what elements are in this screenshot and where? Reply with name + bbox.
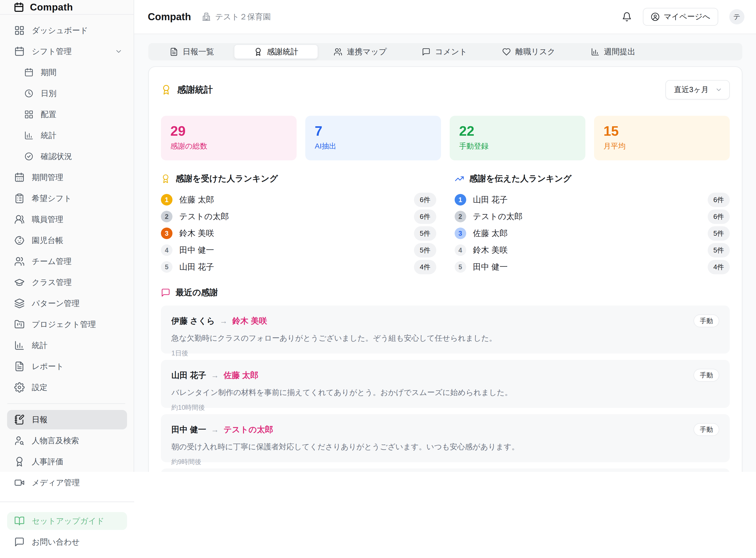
sidebar-item-setup-guide[interactable]: セットアップガイド bbox=[7, 512, 127, 530]
app-logo[interactable]: Compath bbox=[0, 0, 134, 15]
ranking-row: 1山田 花子6件 bbox=[455, 191, 730, 208]
settings-icon bbox=[14, 382, 25, 392]
rank-count-badge: 5件 bbox=[708, 243, 730, 257]
gratitude-card: 伊藤 さくら→鈴木 美咲手動急な欠勤時にクラスのフォローありがとうございました。… bbox=[161, 305, 730, 354]
sidebar-item-child-register[interactable]: 園児台帳 bbox=[0, 230, 134, 251]
notification-bell-icon[interactable] bbox=[622, 12, 632, 22]
stat-card-manual-registered: 22手動登録 bbox=[450, 116, 585, 160]
ranking-row: 2テストの太郎6件 bbox=[161, 208, 436, 225]
ranking-received-title: 感謝を受けた人ランキング bbox=[161, 173, 436, 184]
ranking-row: 3鈴木 美咲5件 bbox=[161, 225, 436, 242]
tab-daily-report-list[interactable]: 日報一覧 bbox=[150, 44, 234, 59]
tab-comment[interactable]: コメント bbox=[402, 44, 487, 59]
sidebar-item-daily[interactable]: 日別 bbox=[0, 83, 134, 104]
message-square-icon bbox=[422, 48, 430, 56]
clock-icon bbox=[24, 89, 33, 98]
gratitude-card: 田中 健一→テストの太郎手動朝の受け入れ時に丁寧に保護者対応してくださりありがと… bbox=[161, 414, 730, 462]
bar-chart-icon bbox=[24, 131, 33, 140]
recent-gratitude-section: 最近の感謝 伊藤 さくら→鈴木 美咲手動急な欠勤時にクラスのフォローありがとうご… bbox=[161, 287, 730, 472]
sidebar-item-team-management[interactable]: チーム管理 bbox=[0, 251, 134, 272]
sidebar-item-daily-report[interactable]: 日報 bbox=[7, 410, 127, 429]
sidebar-item-staff-management[interactable]: 職員管理 bbox=[0, 209, 134, 230]
user-search-icon bbox=[14, 435, 25, 446]
arrow-right-icon: → bbox=[211, 371, 219, 380]
sidebar-item-shift-statistics[interactable]: 統計 bbox=[0, 125, 134, 146]
sidebar-item-period-management[interactable]: 期間管理 bbox=[0, 167, 134, 188]
rank-person-name: 田中 健一 bbox=[179, 245, 214, 256]
sidebar-item-period[interactable]: 期間 bbox=[0, 62, 134, 83]
gratitude-time: 1日後 bbox=[171, 349, 719, 357]
mypage-button[interactable]: マイページへ bbox=[643, 8, 718, 26]
stat-card-ai-extracted: 7AI抽出 bbox=[305, 116, 441, 160]
mypage-button-label: マイページへ bbox=[664, 11, 710, 22]
tab-collaboration-map[interactable]: 連携マップ bbox=[318, 44, 402, 59]
book-open-icon bbox=[14, 516, 25, 526]
app-logo-label: Compath bbox=[30, 2, 73, 13]
baby-icon bbox=[14, 235, 25, 246]
ranking-row: 1佐藤 太郎6件 bbox=[161, 191, 436, 208]
sidebar-item-person-mention-search[interactable]: 人物言及検索 bbox=[0, 430, 134, 451]
stat-cards: 29感謝の総数7AI抽出22手動登録15月平均 bbox=[161, 116, 730, 160]
sidebar-item-project-management[interactable]: プロジェクト管理 bbox=[0, 314, 134, 335]
rank-badge: 1 bbox=[455, 194, 466, 205]
layout-grid-icon bbox=[14, 25, 25, 36]
sidebar-item-requested-shift[interactable]: 希望シフト bbox=[0, 188, 134, 209]
header-app-name: Compath bbox=[148, 11, 191, 23]
avatar[interactable]: テ bbox=[729, 9, 745, 24]
panel-title-label: 感謝統計 bbox=[177, 84, 213, 96]
sidebar-item-confirmation-status[interactable]: 確認状況 bbox=[0, 146, 134, 167]
sidebar-item-pattern-management[interactable]: パターン管理 bbox=[0, 293, 134, 314]
period-selector-label: 直近3ヶ月 bbox=[674, 84, 709, 95]
trending-up-icon bbox=[455, 174, 464, 183]
tab-bar: 日報一覧感謝統計連携マップコメント離職リスク週間提出 bbox=[148, 43, 742, 60]
tab-gratitude-stats[interactable]: 感謝統計 bbox=[234, 44, 318, 59]
gratitude-message: 急な欠勤時にクラスのフォローありがとうございました。ぞう組も安心して任せられまし… bbox=[171, 333, 719, 344]
file-text-icon bbox=[14, 361, 25, 372]
sidebar-item-media-management[interactable]: メディア管理 bbox=[0, 472, 134, 493]
recent-gratitude-title: 最近の感謝 bbox=[161, 287, 730, 299]
stat-label: 手動登録 bbox=[459, 141, 576, 151]
sidebar-item-settings[interactable]: 設定 bbox=[0, 377, 134, 398]
rank-badge: 2 bbox=[455, 211, 466, 222]
sidebar-item-class-management[interactable]: クラス管理 bbox=[0, 272, 134, 293]
circle-user-icon bbox=[651, 12, 660, 21]
period-selector[interactable]: 直近3ヶ月 bbox=[665, 80, 730, 100]
sidebar-divider bbox=[0, 398, 134, 409]
sidebar-item-shift-management[interactable]: シフト管理 bbox=[0, 41, 134, 62]
panel-title: 感謝統計 bbox=[161, 84, 213, 96]
sidebar-item-hr-evaluation[interactable]: 人事評価 bbox=[0, 451, 134, 472]
layout-grid-icon bbox=[24, 110, 33, 119]
sidebar-item-report[interactable]: レポート bbox=[0, 356, 134, 377]
gratitude-to: 佐藤 太郎 bbox=[224, 370, 258, 381]
sidebar-item-assignment[interactable]: 配置 bbox=[0, 104, 134, 125]
stat-label: 月平均 bbox=[604, 141, 720, 151]
rank-count-badge: 4件 bbox=[708, 260, 730, 274]
panel-header: 感謝統計 直近3ヶ月 bbox=[161, 67, 730, 100]
ranking-received-rows: 1佐藤 太郎6件2テストの太郎6件3鈴木 美咲5件4田中 健一5件5山田 花子4… bbox=[161, 191, 436, 275]
page-content: 日報一覧感謝統計連携マップコメント離職リスク週間提出 感謝統計 直近3ヶ月 29… bbox=[134, 34, 756, 472]
rank-count-badge: 6件 bbox=[708, 193, 730, 207]
bar-chart-icon bbox=[591, 48, 600, 56]
ranking-row: 3佐藤 太郎5件 bbox=[455, 225, 730, 242]
ranking-given: 感謝を伝えた人ランキング 1山田 花子6件2テストの太郎6件3佐藤 太郎5件4鈴… bbox=[455, 173, 730, 275]
gratitude-card-partial bbox=[161, 468, 730, 472]
tab-weekly-submission[interactable]: 週間提出 bbox=[571, 44, 655, 59]
sidebar-item-dashboard[interactable]: ダッシュボード bbox=[0, 20, 134, 41]
rank-person-name: 鈴木 美咲 bbox=[179, 228, 214, 239]
stat-label: 感謝の総数 bbox=[170, 141, 287, 151]
rank-person-name: 田中 健一 bbox=[473, 261, 508, 273]
sidebar-item-statistics[interactable]: 統計 bbox=[0, 335, 134, 356]
stat-card-total-gratitude: 29感謝の総数 bbox=[161, 116, 297, 160]
layers-icon bbox=[14, 298, 25, 309]
tab-turnover-risk[interactable]: 離職リスク bbox=[487, 44, 571, 59]
sidebar-item-contact[interactable]: お問い合わせ bbox=[0, 532, 134, 553]
check-circle-icon bbox=[24, 152, 33, 161]
stat-value: 29 bbox=[170, 124, 287, 138]
arrow-right-icon: → bbox=[220, 316, 228, 326]
stat-value: 15 bbox=[604, 124, 720, 138]
rank-person-name: テストの太郎 bbox=[473, 211, 523, 222]
rank-person-name: 山田 花子 bbox=[179, 261, 214, 273]
file-text-icon bbox=[170, 48, 178, 56]
ranking-given-title: 感謝を伝えた人ランキング bbox=[455, 173, 730, 184]
clipboard-list-icon bbox=[14, 193, 25, 204]
